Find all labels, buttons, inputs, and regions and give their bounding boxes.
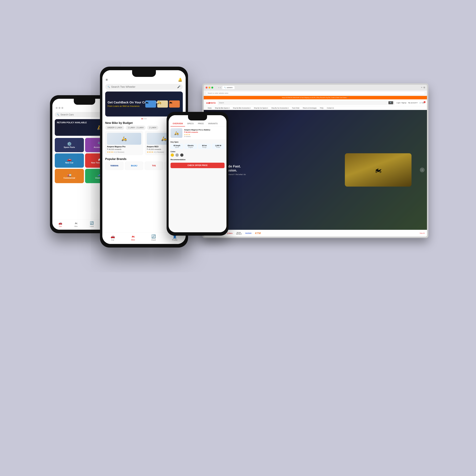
ampere-product-image: 🛵 [170,128,182,138]
new-tab-button[interactable]: + [421,86,422,89]
budget-tab-2l[interactable]: 2 LAKH [147,126,158,130]
tl-minimize[interactable] [208,87,210,88]
spec-label-engine: Engine [186,147,196,148]
dot2 [59,107,60,109]
traffic-lights [206,87,213,88]
tab-price[interactable]: PRICE [196,121,206,126]
active-tab[interactable]: 🔧 autoterix [222,86,235,89]
color-dark[interactable] [180,153,184,157]
nav-bike-spares[interactable]: Shop By Bike Spares ▾ [213,106,231,110]
brand-suzuki-site[interactable]: SUZUKI [245,232,252,234]
nav-faqs[interactable]: FAQs [318,106,325,110]
nav-track-order[interactable]: Track Order [290,106,301,110]
nav-item-bike[interactable]: 🏍 Bike [74,221,78,227]
small-phone-notch [74,99,95,105]
site-nav: Home Shop By Bike Spares ▾ Shop By Bike … [204,106,427,110]
ampere-phone: OVERVIEW SPECS PRICE VARIANTS 🛵 Ampere M… [167,112,228,236]
bike-shape-3: 🏍 [169,101,180,108]
brand-yamaha[interactable]: YAMAHA [105,162,123,170]
budget-tab-under1l[interactable]: UNDER 1 LAKH [105,126,124,130]
tab-overview[interactable]: OVERVIEW [170,121,185,126]
stars-magnus: ★★★★ [107,151,114,153]
nav-bike-accessories[interactable]: Shop By Bike Accessories ▾ [231,106,252,110]
spec-val-power: 1,000 W [213,145,223,147]
site-search-input[interactable] [219,102,388,104]
my-account-dropdown[interactable]: My account ▾ [408,102,417,104]
key-spec-label: Key Spec [169,139,226,144]
dot-active [141,118,143,119]
site-user-actions: Login / Signup My account ▾ 🛒 0 Cart [396,102,425,104]
large-phone-search-bar[interactable]: 🔍 🎤 [105,84,183,90]
check-offer-price-button[interactable]: CHECK OFFER PRICE [170,163,224,168]
color-yellow[interactable] [170,153,174,157]
browser-titlebar: ‹ › 🔧 autoterix + ⧉ [204,85,427,90]
website-content: Hurry! EXTRA 5% DISCOUNT & Fast Shipping… [204,96,427,237]
brand-ktm[interactable]: KTM [255,232,261,235]
hero-bike-image: 🏍 [337,110,420,230]
spec-val-range: 80 km [199,145,210,147]
search-icon: 🔍 [57,114,59,116]
stars-reo: ★★★★ [147,151,153,153]
color-label: Color: [169,151,226,153]
url-bar[interactable] [206,91,425,95]
hero-next-arrow[interactable]: › [420,168,425,172]
bike-card-magnus[interactable]: 🛵 Ampere Magnus Pro ₹ 66,520 onwards ★★★… [105,131,143,155]
browser-tabs: 🔧 autoterix [222,86,420,89]
tl-maximize[interactable] [211,87,213,88]
colors-row [169,153,226,158]
nav-item-used[interactable]: 🔄 Used [90,221,94,227]
large-nav-car[interactable]: 🚗 Car [111,234,115,241]
hamburger-icon[interactable]: ≡ [106,78,108,82]
bike-shape-2: 🛵 [157,101,168,108]
large-bike-icon: 🏍 [131,234,135,238]
cart-icon: 🛒 [419,102,421,104]
bike-row: 🏍 🛵 🏍 [145,101,180,108]
site-search-button[interactable]: 🔍 [389,101,393,104]
grid-item-commercial[interactable]: 🚛 Commercial [55,169,84,183]
specs-row: 65 kmph Speed Electric Engine 80 km Rang… [169,144,226,151]
ampere-stars: ★★★★ [184,134,224,136]
login-signup-link[interactable]: Login / Signup [396,102,406,104]
tl-close[interactable] [206,87,207,88]
yamaha-logo: YAMAHA [110,165,119,167]
grid-item-spare-parts[interactable]: ⚙️ Spare Parts [55,138,84,152]
nav-car-spares[interactable]: Shop By Car Spares ▾ [252,106,270,110]
laptop-body: ‹ › 🔧 autoterix + ⧉ [202,83,428,238]
nav-car-accessories[interactable]: Shop By Car Accessories ▾ [270,106,290,110]
color-gray[interactable] [175,153,179,157]
site-search-bar[interactable]: 🔍 [218,101,395,105]
view-all-link[interactable]: View All [420,232,425,234]
large-nav-label-used: Used [151,239,156,241]
brand-royal-enfield[interactable]: ROYALENFIELD [236,232,242,235]
large-nav-used[interactable]: 🔄 Used [151,234,156,241]
brand-hero[interactable]: || Hero [227,232,233,234]
tab-specs[interactable]: SPECS [185,121,196,126]
grid-item-new-car[interactable]: 🚗 New Car [55,153,84,168]
status-dots [56,107,63,109]
site-brands-bar: WORLD'S FAVOURITEINDIAN || Hero ROYALENF… [204,230,427,237]
brand-bajaj[interactable]: BAJAJ [125,162,143,170]
nav-label-used: Used [90,225,94,227]
nav-item-car[interactable]: 🚗 Car [58,221,62,227]
nav-returns[interactable]: Returns & Exchanges [301,106,318,110]
bike-icon: 🏍 [74,221,78,225]
tab-label: autoterix [227,87,233,88]
back-button[interactable]: ‹ [219,86,219,89]
large-bell-icon[interactable]: 🔔 [178,78,182,82]
browser-nav-buttons: ‹ › [219,86,221,89]
used-icon: 🔄 [90,221,94,225]
tab-variants[interactable]: VARIANTS [206,121,220,126]
nav-home[interactable]: Home [206,106,213,110]
budget-tab-1-2l[interactable]: 1 LAKH - 2 LAKH [126,126,146,130]
forward-button[interactable]: › [220,86,221,89]
large-nav-bike[interactable]: 🏍 Bike [131,234,135,241]
spec-engine: Electric Engine [184,144,197,149]
tab-favicon: 🔧 [224,87,226,88]
site-cart[interactable]: 🛒 0 Cart [419,102,425,104]
large-search-input[interactable] [111,85,176,88]
brand-tvs[interactable]: TVS [145,162,163,170]
site-hero-banner: Ride Hard. Ride Fast.Fuel Your Passion. … [204,110,427,230]
split-view-icon[interactable]: ⧉ [424,86,425,89]
large-nav-label-profile: Profile [172,239,177,241]
nav-contact[interactable]: Contact Us [325,106,336,110]
